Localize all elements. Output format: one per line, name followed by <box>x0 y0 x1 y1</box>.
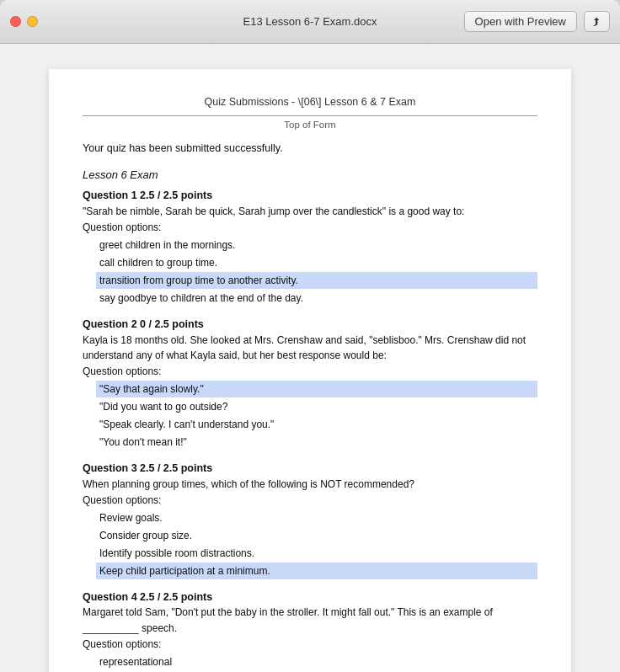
window-title: E13 Lesson 6-7 Exam.docx <box>243 15 377 28</box>
question-block-q1: Question 1 2.5 / 2.5 points"Sarah be nim… <box>83 188 537 307</box>
document-header-title: Quiz Submissions - \[06\] Lesson 6 & 7 E… <box>205 96 416 108</box>
option-item: "You don't mean it!" <box>96 434 537 451</box>
option-item: greet children in the mornings. <box>96 237 537 253</box>
options-label: Question options: <box>83 493 537 508</box>
lesson-title: Lesson 6 Exam <box>83 167 537 184</box>
open-with-preview-button[interactable]: Open with Preview <box>464 11 577 32</box>
question-block-q4: Question 4 2.5 / 2.5 pointsMargaret told… <box>83 589 537 673</box>
question-block-q2: Question 2 0 / 2.5 pointsKayla is 18 mon… <box>83 317 537 451</box>
question-title: Question 1 2.5 / 2.5 points <box>83 189 212 201</box>
question-text: "Sarah be nimble, Sarah be quick, Sarah … <box>83 205 464 217</box>
titlebar: E13 Lesson 6-7 Exam.docx Open with Previ… <box>0 0 620 44</box>
content-area: Quiz Submissions - \[06\] Lesson 6 & 7 E… <box>0 44 620 672</box>
questions-container: Question 1 2.5 / 2.5 points"Sarah be nim… <box>83 188 537 672</box>
share-button[interactable]: ⮭ <box>584 11 610 32</box>
option-item: representational <box>96 653 537 670</box>
question-text: Margaret told Sam, "Don't put the baby i… <box>83 606 493 634</box>
minimize-button[interactable] <box>27 16 38 27</box>
option-item: "Say that again slowly." <box>96 381 537 397</box>
option-item: "Did you want to go outside? <box>96 398 537 415</box>
options-label: Question options: <box>83 364 537 379</box>
option-item: say goodbye to children at the end of th… <box>96 290 537 307</box>
question-title: Question 2 0 / 2.5 points <box>83 318 204 330</box>
question-title: Question 3 2.5 / 2.5 points <box>83 462 212 474</box>
option-item: "Speak clearly. I can't understand you." <box>96 416 537 433</box>
question-text: Kayla is 18 months old. She looked at Mr… <box>83 334 526 362</box>
close-button[interactable] <box>10 16 21 27</box>
option-item: call children to group time. <box>96 254 537 271</box>
document: Quiz Submissions - \[06\] Lesson 6 & 7 E… <box>49 69 571 672</box>
option-item: Review goals. <box>96 509 537 526</box>
option-item: transition from group time to another ac… <box>96 272 537 289</box>
option-item: Identify possible room distractions. <box>96 545 537 562</box>
top-of-form: Top of Form <box>83 115 537 132</box>
submitted-message: Your quiz has been submitted successfull… <box>83 141 537 157</box>
options-label: Question options: <box>83 220 537 235</box>
share-icon: ⮭ <box>591 15 602 28</box>
app-window: E13 Lesson 6-7 Exam.docx Open with Previ… <box>0 0 620 672</box>
question-text: When planning group times, which of the … <box>83 478 414 490</box>
options-label: Question options: <box>83 637 537 652</box>
traffic-lights <box>10 16 38 27</box>
option-item: Consider group size. <box>96 527 537 544</box>
option-item: Keep child participation at a minimum. <box>96 563 537 579</box>
titlebar-actions: Open with Preview ⮭ <box>464 11 610 32</box>
question-block-q3: Question 3 2.5 / 2.5 pointsWhen planning… <box>83 461 537 579</box>
document-header: Quiz Submissions - \[06\] Lesson 6 & 7 E… <box>83 94 537 110</box>
question-title: Question 4 2.5 / 2.5 points <box>83 591 212 603</box>
